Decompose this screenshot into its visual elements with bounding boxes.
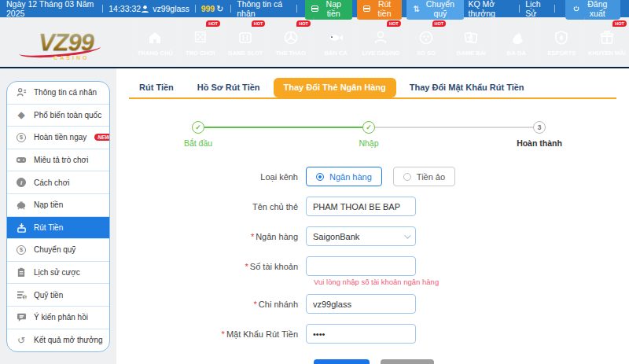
sidebar-item-game-description[interactable]: Miêu tả trò chơi — [7, 149, 109, 172]
step-circle-complete: 3 — [533, 121, 546, 134]
hot-badge: HOT — [387, 20, 401, 27]
tab-change-bank-card[interactable]: Thay Đổi Thẻ Ngân Hàng — [274, 78, 396, 97]
sidebar-item-lottery-results[interactable]: ↺ Kết quả mở thưởng — [7, 329, 109, 352]
gamepad-icon — [15, 155, 28, 165]
hot-badge: HOT — [252, 20, 266, 27]
up-down-arrows-icon: ⇅ — [413, 4, 420, 13]
divider — [554, 5, 555, 13]
home-icon — [147, 28, 163, 47]
account-number-input[interactable] — [306, 256, 416, 276]
nav-item-sports[interactable]: HOT THỂ THAO — [267, 17, 312, 67]
withdraw-password-label: *Mật Khẩu Rút Tiền — [129, 329, 306, 339]
refresh-icon[interactable]: ↻ — [216, 4, 223, 14]
nav-item-esports[interactable]: ESPORTS — [539, 17, 583, 67]
nav-item-cockfight[interactable]: ĐÁ GÀ — [494, 17, 539, 67]
bank-select-value: SaigonBank — [313, 232, 359, 241]
topbar: Ngày 12 Tháng 03 Năm 2025 14:33:32 vz99g… — [0, 0, 629, 17]
sidebar-item-how-to-play[interactable]: i Cách chơi — [7, 171, 109, 194]
bank-select[interactable]: SaigonBank — [306, 226, 416, 246]
person-icon — [15, 87, 28, 97]
stepper: ✓ ✓ 3 — [192, 121, 546, 134]
step-label-start: Bắt đầu — [184, 138, 212, 148]
channel-type-label: Loại kênh — [129, 172, 306, 182]
vz99-logo[interactable]: VZ99 CASINO — [0, 17, 132, 67]
nav-item-fishing[interactable]: BẮN CÁ — [313, 17, 358, 67]
withdraw-password-input[interactable] — [306, 324, 416, 344]
sidebar-item-transfer[interactable]: $ Chuyển quỹ — [7, 239, 109, 262]
logo-subtext: CASINO — [53, 55, 89, 61]
svg-text:♠: ♠ — [468, 35, 470, 39]
sidebar-item-feedback[interactable]: Ý kiến phản hồi — [7, 307, 109, 329]
nav-item-lottery[interactable]: HOT XỔ SỐ — [403, 17, 448, 67]
tab-change-withdraw-password[interactable]: Thay Đổi Mật Khẩu Rút Tiền — [399, 78, 535, 97]
account-number-error: Vui lòng nhập số tài khoản ngân hàng — [314, 278, 616, 286]
results-link[interactable]: KQ Mở thưởng — [469, 0, 514, 18]
channel-option-bank[interactable]: Ngân hàng — [306, 167, 382, 186]
sidebar-item-funds[interactable]: $ Quỹ tiền — [7, 284, 109, 307]
soccer-ball-icon — [283, 28, 299, 47]
tab-withdraw[interactable]: Rút Tiền — [129, 78, 184, 97]
username: vz99glass — [153, 4, 189, 13]
tab-withdraw-records[interactable]: Hồ Sơ Rút Tiền — [187, 78, 270, 97]
card-holder-label: Tên chủ thẻ — [129, 202, 306, 211]
nav-item-card-games[interactable]: ♠ GAME BÀI — [448, 17, 493, 67]
sidebar-item-bet-history[interactable]: Lịch sử cược — [7, 262, 109, 285]
history-clock-icon: ↺ — [15, 335, 28, 346]
nav-item-games[interactable]: HOT ⚄ TRÒ CHƠI — [177, 17, 222, 67]
branch-label: *Chi nhánh — [129, 300, 306, 309]
tab-bar: Rút Tiền Hồ Sơ Rút Tiền Thay Đổi Thẻ Ngâ… — [129, 78, 616, 99]
info-icon: i — [15, 178, 28, 187]
card-icon — [311, 6, 318, 12]
channel-option-crypto[interactable]: Tiền ảo — [393, 167, 455, 186]
sidebar-item-personal-info[interactable]: Thông tin cá nhân — [7, 82, 109, 105]
nav-item-slots[interactable]: HOT GAME SLOT — [223, 17, 267, 67]
piggy-bank-icon — [15, 200, 28, 210]
bank-card-form: Loại kênh Ngân hàng Tiền ảo Tên chủ thẻ — [129, 167, 616, 364]
main-panel: Rút Tiền Hồ Sơ Rút Tiền Thay Đổi Thẻ Ngâ… — [116, 68, 629, 364]
power-icon — [573, 5, 579, 13]
chevron-down-icon — [404, 232, 410, 238]
bank-label: *Ngân hàng — [129, 232, 306, 241]
divider — [296, 5, 297, 13]
divider — [195, 5, 196, 13]
gift-icon — [599, 28, 615, 47]
sidebar-item-deposit[interactable]: Nạp tiền — [7, 194, 109, 217]
rooster-icon — [509, 28, 524, 47]
dice-icon: ⚄ — [193, 28, 207, 47]
nav-item-live-casino[interactable]: HOT LIVE CASINO — [358, 17, 403, 67]
hot-badge: HOT — [206, 20, 220, 27]
step-circle-start: ✓ — [192, 121, 204, 134]
profile-link[interactable]: Thông tin cá nhân — [237, 0, 291, 18]
radio-selected-icon — [316, 173, 324, 181]
sidebar-item-withdraw[interactable]: Rút Tiền — [7, 217, 109, 240]
reset-button[interactable]: Cài lại — [381, 359, 434, 364]
slot-machine-icon — [237, 28, 253, 47]
step-circle-input: ✓ — [362, 121, 375, 134]
time-text: 14:33:32 — [109, 4, 141, 13]
sidebar-item-popular[interactable]: ◆ Phổ biến toàn quốc — [7, 105, 109, 127]
card-holder-input[interactable] — [306, 197, 416, 216]
user-info: vz99glass — [141, 4, 189, 13]
new-badge: NEW — [94, 134, 110, 141]
sidebar-item-cashback[interactable]: $ Hoàn tiền ngay NEW — [7, 127, 109, 149]
nav-item-home[interactable]: TRANG CHỦ — [132, 17, 177, 67]
dealer-icon — [373, 28, 388, 47]
submit-button[interactable]: Đưa ra — [314, 359, 370, 364]
branch-input[interactable] — [306, 294, 416, 314]
shield-icon — [554, 28, 569, 47]
dollar-transfer-icon: $ — [15, 245, 28, 255]
main-nav: VZ99 CASINO TRANG CHỦ HOT ⚄ TRÒ CHƠI HOT… — [0, 17, 629, 68]
step-label-complete: Hoàn thành — [517, 138, 562, 148]
lottery-ball-icon — [418, 28, 434, 47]
clipboard-icon — [15, 267, 28, 278]
nav-item-promotions[interactable]: HOT KHUYẾN MÃI — [584, 17, 629, 67]
stepper-labels: Bắt đầu Nhập Hoàn thành — [192, 138, 546, 153]
step-line — [204, 127, 362, 128]
divider — [230, 5, 231, 13]
withdraw-icon — [15, 222, 28, 233]
history-link[interactable]: Lịch Sử — [525, 0, 549, 18]
fish-icon — [328, 28, 344, 47]
comment-icon — [15, 313, 28, 322]
sidebar: Thông tin cá nhân ◆ Phổ biến toàn quốc $… — [6, 81, 110, 352]
balance: 999 — [201, 4, 215, 13]
